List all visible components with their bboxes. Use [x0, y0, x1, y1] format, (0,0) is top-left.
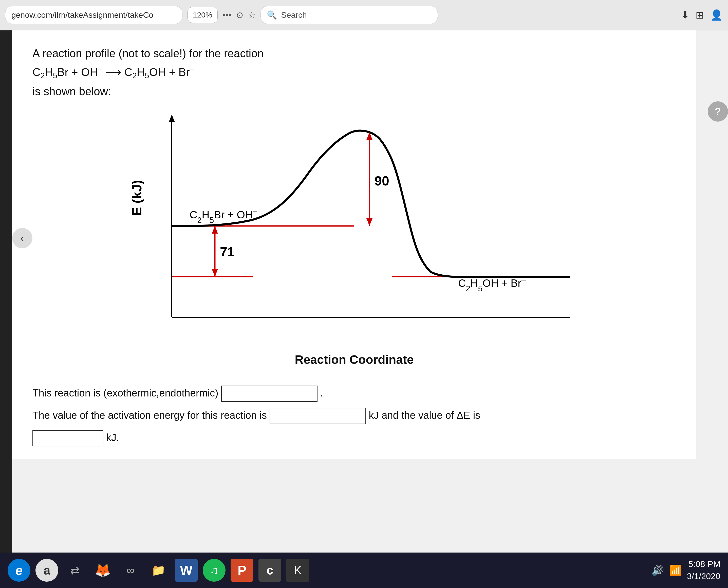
taskbar-a-icon[interactable]: a: [36, 559, 58, 582]
svg-marker-10: [367, 218, 373, 226]
taskbar-music-icon[interactable]: ♫: [203, 559, 226, 582]
main-content: A reaction profile (not to scale!) for t…: [12, 30, 696, 459]
question-3-line: kJ.: [33, 426, 676, 449]
zoom-level: 120%: [193, 10, 212, 19]
back-nav-arrow[interactable]: ‹: [12, 228, 33, 248]
svg-text:71: 71: [220, 245, 235, 259]
problem-title: A reaction profile (not to scale!) for t…: [33, 46, 676, 61]
answer-section: This reaction is (exothermic,endothermic…: [33, 382, 676, 449]
taskbar-fox-icon[interactable]: 🦊: [91, 559, 114, 582]
search-box[interactable]: 🔍 Search: [261, 6, 438, 24]
taskbar-c-icon[interactable]: c: [258, 559, 281, 582]
bookmark-icon[interactable]: ⊙: [236, 10, 243, 20]
taskbar-infinity-icon[interactable]: ∞: [119, 559, 142, 582]
question-1-line: This reaction is (exothermic,endothermic…: [33, 382, 676, 404]
reaction-equation: C2H5Br + OH– ⟶ C2H5OH + Br–: [33, 64, 676, 81]
q2-text: The value of the activation energy for t…: [33, 410, 267, 421]
browser-icons: ••• ⊙ ☆: [223, 10, 256, 20]
x-axis-label: Reaction Coordinate: [33, 353, 676, 366]
svg-marker-2: [169, 114, 175, 122]
svg-text:E (kJ): E (kJ): [129, 180, 144, 216]
q2-suffix: kJ and the value of ΔE is: [369, 410, 480, 421]
taskbar-word-icon[interactable]: W: [175, 559, 197, 582]
reaction-profile-graph: E (kJ) C2H5Br + OH– C2H5OH + Br– 90: [126, 109, 582, 337]
q2-input[interactable]: [270, 408, 366, 424]
search-text: Search: [281, 10, 307, 20]
download-icon[interactable]: ⬇: [681, 9, 689, 21]
tabs-icon[interactable]: ⊞: [695, 9, 704, 21]
profile-icon[interactable]: 👤: [710, 9, 723, 21]
taskbar-speaker-icon[interactable]: 🔊: [651, 564, 664, 576]
search-icon: 🔍: [267, 10, 277, 20]
taskbar-powerpoint-icon[interactable]: P: [231, 559, 253, 582]
taskbar-folder-icon[interactable]: 📁: [147, 559, 170, 582]
taskbar-right: 🔊 📶 5:08 PM 3/1/2020: [651, 558, 721, 582]
q1-suffix: .: [320, 387, 323, 399]
taskbar-time-value: 5:08 PM: [687, 558, 721, 570]
svg-marker-13: [212, 226, 218, 234]
taskbar-arrows-icon[interactable]: ⇄: [63, 559, 86, 582]
url-text: genow.com/ilrn/takeAssignment/takeCo: [12, 10, 153, 20]
svg-text:90: 90: [375, 173, 389, 188]
taskbar-k-icon[interactable]: K: [286, 559, 309, 582]
taskbar-edge-icon[interactable]: e: [7, 559, 30, 582]
problem-description: A reaction profile (not to scale!) for t…: [33, 46, 676, 99]
help-button[interactable]: ?: [708, 101, 728, 122]
taskbar-wifi-icon[interactable]: 📶: [669, 564, 682, 576]
url-bar[interactable]: genow.com/ilrn/takeAssignment/takeCo: [5, 6, 183, 24]
taskbar-datetime: 5:08 PM 3/1/2020: [687, 558, 721, 582]
q3-input[interactable]: [33, 430, 103, 446]
problem-subtitle: is shown below:: [33, 84, 676, 99]
zoom-badge[interactable]: 120%: [188, 7, 218, 23]
browser-bar: genow.com/ilrn/takeAssignment/takeCo 120…: [0, 0, 728, 30]
q1-input[interactable]: [221, 385, 317, 402]
taskbar-date-value: 3/1/2020: [687, 570, 721, 583]
svg-marker-14: [212, 269, 218, 277]
star-icon[interactable]: ☆: [248, 10, 255, 20]
question-2-line: The value of the activation energy for t…: [33, 404, 676, 426]
q1-text: This reaction is (exothermic,endothermic…: [33, 387, 219, 399]
left-sidebar: [0, 30, 12, 562]
browser-right-icons: ⬇ ⊞ 👤: [681, 9, 723, 21]
ellipsis-icon[interactable]: •••: [223, 10, 232, 20]
q3-suffix: kJ.: [106, 432, 119, 443]
taskbar: e a ⇄ 🦊 ∞ 📁 W ♫ P c K 🔊 📶 5:08 PM 3/1/20…: [0, 552, 728, 588]
